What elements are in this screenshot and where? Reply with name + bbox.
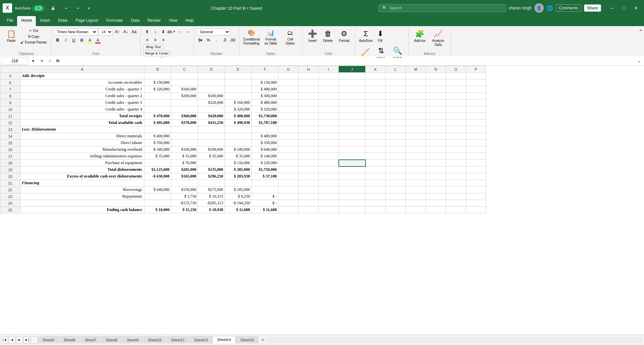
cell-J14[interactable] bbox=[339, 133, 366, 140]
cell-D19[interactable]: $135,000 bbox=[198, 166, 225, 173]
cell-N7[interactable] bbox=[426, 86, 446, 93]
cell-K14[interactable] bbox=[366, 133, 386, 140]
merge-center-button[interactable]: Merge & Center bbox=[143, 51, 171, 56]
cell-C16[interactable]: $100,000 bbox=[171, 146, 198, 153]
cell-styles-button[interactable]: 🗂 Cell Styles bbox=[281, 28, 300, 47]
font-color-button[interactable]: A bbox=[94, 37, 102, 44]
minimize-button[interactable]: ─ bbox=[606, 4, 617, 12]
cell-I13[interactable] bbox=[319, 126, 339, 133]
cell-L11[interactable] bbox=[386, 113, 406, 120]
tab-data[interactable]: Data bbox=[127, 16, 143, 26]
cell-H22[interactable] bbox=[299, 187, 319, 193]
cell-O7[interactable] bbox=[446, 86, 466, 93]
cell-P25[interactable] bbox=[466, 207, 486, 213]
cell-D15[interactable] bbox=[198, 140, 225, 146]
cell-I15[interactable] bbox=[319, 140, 339, 146]
cell-I10[interactable] bbox=[319, 106, 339, 113]
cell-C25[interactable]: $ 11,250 bbox=[171, 207, 198, 213]
cell-N20[interactable] bbox=[426, 173, 446, 180]
tab-insert[interactable]: Insert bbox=[36, 16, 54, 26]
cell-D25[interactable]: $ 10,938 bbox=[198, 207, 225, 213]
col-G[interactable]: G bbox=[278, 66, 299, 73]
cell-L5[interactable] bbox=[386, 73, 406, 79]
cell-J15[interactable] bbox=[339, 140, 366, 146]
horizontal-scrollbar[interactable] bbox=[268, 338, 641, 342]
orientation-button[interactable]: ab↗ bbox=[168, 28, 175, 36]
cell-B9[interactable] bbox=[144, 99, 171, 106]
tab-draw[interactable]: Draw bbox=[54, 16, 71, 26]
cell-K18[interactable] bbox=[366, 160, 386, 166]
cell-P10[interactable] bbox=[466, 106, 486, 113]
sheet-tab-sheet11[interactable]: Sheet11 bbox=[167, 336, 189, 343]
cell-M16[interactable] bbox=[406, 146, 426, 153]
cell-D20[interactable]: $296,250 bbox=[198, 173, 225, 180]
cell-A15[interactable]: Direct labour bbox=[20, 140, 144, 146]
cancel-formula-button[interactable]: ✕ bbox=[38, 57, 46, 65]
cell-C17[interactable]: $ 35,000 bbox=[171, 153, 198, 160]
cell-F13[interactable] bbox=[252, 126, 278, 133]
cell-M13[interactable] bbox=[406, 126, 426, 133]
cell-P16[interactable] bbox=[466, 146, 486, 153]
cell-D11[interactable]: $420,000 bbox=[198, 113, 225, 120]
cell-P6[interactable] bbox=[466, 79, 486, 86]
cell-A8[interactable]: Credit sales - quarter 2 bbox=[20, 93, 144, 99]
cell-L18[interactable] bbox=[386, 160, 406, 166]
cell-N16[interactable] bbox=[426, 146, 446, 153]
cell-F22[interactable] bbox=[252, 187, 278, 193]
cell-A7[interactable]: Credit sales - quarter 1 bbox=[20, 86, 144, 93]
sheet-tab-sheet9[interactable]: Sheet9 bbox=[123, 336, 143, 343]
cell-K12[interactable] bbox=[366, 120, 386, 126]
cell-N18[interactable] bbox=[426, 160, 446, 166]
col-K[interactable]: K bbox=[366, 66, 386, 73]
cell-D6[interactable] bbox=[198, 79, 225, 86]
cell-G5[interactable] bbox=[278, 73, 299, 79]
cell-A12[interactable]: Total available cash bbox=[20, 120, 144, 126]
cell-M25[interactable] bbox=[406, 207, 426, 213]
cell-A25[interactable]: Ending cash balance bbox=[20, 207, 144, 213]
cell-P14[interactable] bbox=[466, 133, 486, 140]
format-painter-button[interactable]: 🖌 Format Painter bbox=[19, 40, 48, 45]
cell-F8[interactable]: $ 300,000 bbox=[252, 93, 278, 99]
cell-D7[interactable] bbox=[198, 86, 225, 93]
cell-E11[interactable]: $ 480,000 bbox=[225, 113, 252, 120]
cell-K8[interactable] bbox=[366, 93, 386, 99]
cell-P13[interactable] bbox=[466, 126, 486, 133]
cell-F11[interactable]: $1,730,000 bbox=[252, 113, 278, 120]
cell-F17[interactable]: $ 140,000 bbox=[252, 153, 278, 160]
cell-L10[interactable] bbox=[386, 106, 406, 113]
align-right-button[interactable]: ≡ bbox=[159, 36, 167, 44]
cell-B10[interactable] bbox=[144, 106, 171, 113]
cell-H9[interactable] bbox=[299, 99, 319, 106]
cell-G9[interactable] bbox=[278, 99, 299, 106]
cell-L15[interactable] bbox=[386, 140, 406, 146]
comma-button[interactable]: , bbox=[213, 37, 220, 44]
cell-G21[interactable] bbox=[278, 180, 299, 187]
autosum-button[interactable]: Σ AutoSum bbox=[358, 28, 374, 44]
cell-I11[interactable] bbox=[319, 113, 339, 120]
cell-L12[interactable] bbox=[386, 120, 406, 126]
close-button[interactable]: ✕ bbox=[631, 4, 641, 12]
cell-I24[interactable] bbox=[319, 200, 339, 207]
align-center-button[interactable]: ≡ bbox=[151, 36, 159, 44]
cell-F15[interactable]: $ 350,000 bbox=[252, 140, 278, 146]
decrease-font-button[interactable]: A↓ bbox=[122, 28, 129, 36]
cell-L22[interactable] bbox=[386, 187, 406, 193]
fill-color-button[interactable]: A bbox=[86, 37, 93, 44]
cell-G15[interactable] bbox=[278, 140, 299, 146]
cell-M11[interactable] bbox=[406, 113, 426, 120]
tab-page-layout[interactable]: Page Layout bbox=[71, 16, 102, 26]
restore-button[interactable]: □ bbox=[619, 4, 629, 12]
cell-B12[interactable]: $ 495,000 bbox=[144, 120, 171, 126]
tab-review[interactable]: Review bbox=[143, 16, 165, 26]
cell-B18[interactable] bbox=[144, 160, 171, 166]
collapse-icon[interactable]: ⌃ bbox=[639, 29, 643, 34]
cell-H5[interactable] bbox=[299, 73, 319, 79]
cell-P24[interactable] bbox=[466, 200, 486, 207]
cell-O11[interactable] bbox=[446, 113, 466, 120]
cell-I16[interactable] bbox=[319, 146, 339, 153]
font-family-select[interactable]: Times New Roman bbox=[54, 28, 98, 36]
cell-G16[interactable] bbox=[278, 146, 299, 153]
cell-I20[interactable] bbox=[319, 173, 339, 180]
sheet-tab-sheet7[interactable]: Sheet7 bbox=[80, 336, 101, 343]
align-middle-button[interactable]: ↕ bbox=[151, 28, 159, 36]
